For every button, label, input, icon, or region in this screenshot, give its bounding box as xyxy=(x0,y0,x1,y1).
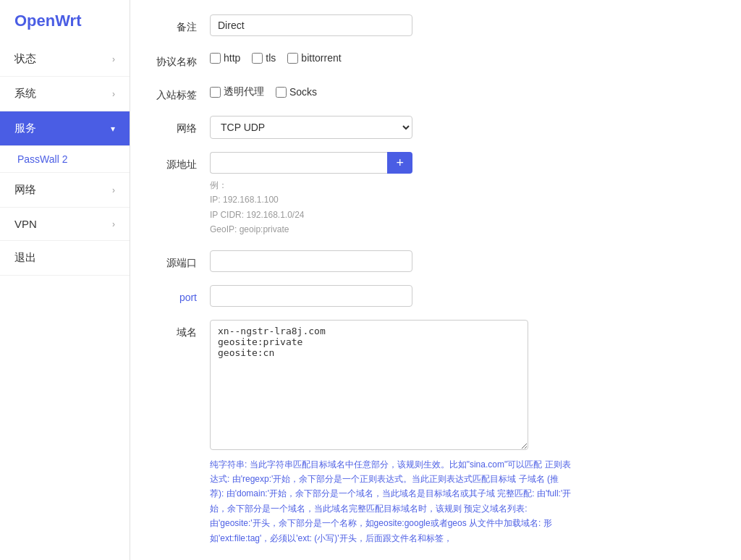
source-addr-label: 源地址 xyxy=(152,152,210,172)
source-addr-input-group: + xyxy=(210,152,412,174)
domain-row: 域名 xn--ngstr-lra8j.com geosite:private g… xyxy=(152,320,719,546)
source-addr-input[interactable] xyxy=(210,152,387,174)
source-port-control xyxy=(210,250,719,272)
protocol-bittorrent-label[interactable]: bittorrent xyxy=(287,52,341,64)
sidebar-item-network[interactable]: 网络 › xyxy=(0,173,130,208)
protocol-checkboxes: http tls bittorrent xyxy=(210,49,719,64)
protocol-control: http tls bittorrent xyxy=(210,49,719,64)
inbound-transparent-label[interactable]: 透明代理 xyxy=(210,85,264,98)
chevron-right-icon: › xyxy=(112,185,115,195)
network-row: 网络 TCP UDP TCP UDP xyxy=(152,116,719,139)
inbound-label: 入站标签 xyxy=(152,82,210,103)
chevron-right-icon: › xyxy=(112,219,115,229)
domain-textarea[interactable]: xn--ngstr-lra8j.com geosite:private geos… xyxy=(210,320,528,450)
inbound-socks-label[interactable]: Socks xyxy=(276,86,317,98)
logo: OpenWrt xyxy=(0,0,130,42)
bottom-hint: 纯字符串: 当此字符串匹配目标域名中任意部分，该规则生效。比如"sina.com… xyxy=(210,457,572,546)
inbound-checkboxes: 透明代理 Socks xyxy=(210,82,719,98)
beizhu-control xyxy=(210,14,719,36)
sidebar-item-system[interactable]: 系统 › xyxy=(0,77,130,111)
source-port-input[interactable] xyxy=(210,250,412,272)
source-addr-add-button[interactable]: + xyxy=(387,152,412,174)
network-select[interactable]: TCP UDP TCP UDP xyxy=(210,116,412,139)
port-control xyxy=(210,285,719,307)
sidebar-item-services[interactable]: 服务 ▾ xyxy=(0,111,130,146)
protocol-label: 协议名称 xyxy=(152,49,210,69)
nav: 状态 › 系统 › 服务 ▾ PassWall 2 网络 › VPN › 退出 xyxy=(0,42,130,560)
domain-control: xn--ngstr-lra8j.com geosite:private geos… xyxy=(210,320,719,546)
network-label: 网络 xyxy=(152,116,210,136)
protocol-tls-checkbox[interactable] xyxy=(252,53,263,64)
inbound-row: 入站标签 透明代理 Socks xyxy=(152,82,719,103)
sidebar: OpenWrt 状态 › 系统 › 服务 ▾ PassWall 2 网络 › V… xyxy=(0,0,130,560)
chevron-right-icon: › xyxy=(112,89,115,99)
sidebar-subitem-passwall2[interactable]: PassWall 2 xyxy=(0,146,130,173)
main-content: 备注 协议名称 http tls xyxy=(130,0,741,560)
inbound-socks-checkbox[interactable] xyxy=(276,87,287,98)
network-control: TCP UDP TCP UDP xyxy=(210,116,719,139)
source-addr-row: 源地址 + 例： IP: 192.168.1.100 IP CIDR: 192.… xyxy=(152,152,719,237)
chevron-down-icon: ▾ xyxy=(111,124,115,134)
content-card: 备注 协议名称 http tls xyxy=(130,0,741,560)
source-addr-control: + 例： IP: 192.168.1.100 IP CIDR: 192.168.… xyxy=(210,152,719,237)
protocol-row: 协议名称 http tls bittorrent xyxy=(152,49,719,69)
chevron-right-icon: › xyxy=(112,54,115,64)
sidebar-item-vpn[interactable]: VPN › xyxy=(0,208,130,241)
source-port-label: 源端口 xyxy=(152,250,210,271)
beizhu-row: 备注 xyxy=(152,14,719,36)
protocol-http-checkbox[interactable] xyxy=(210,53,221,64)
port-input[interactable] xyxy=(210,285,412,307)
source-port-row: 源端口 xyxy=(152,250,719,272)
port-label: port xyxy=(152,285,210,305)
port-row: port xyxy=(152,285,719,307)
domain-label: 域名 xyxy=(152,320,210,340)
protocol-http-label[interactable]: http xyxy=(210,52,240,64)
beizhu-input[interactable] xyxy=(210,14,412,36)
protocol-bittorrent-checkbox[interactable] xyxy=(287,53,298,64)
protocol-tls-label[interactable]: tls xyxy=(252,52,276,64)
sidebar-item-logout[interactable]: 退出 xyxy=(0,241,130,276)
inbound-transparent-checkbox[interactable] xyxy=(210,87,221,98)
sidebar-item-status[interactable]: 状态 › xyxy=(0,42,130,77)
source-addr-hint: 例： IP: 192.168.1.100 IP CIDR: 192.168.1.… xyxy=(210,178,719,237)
inbound-control: 透明代理 Socks xyxy=(210,82,719,98)
beizhu-label: 备注 xyxy=(152,14,210,35)
